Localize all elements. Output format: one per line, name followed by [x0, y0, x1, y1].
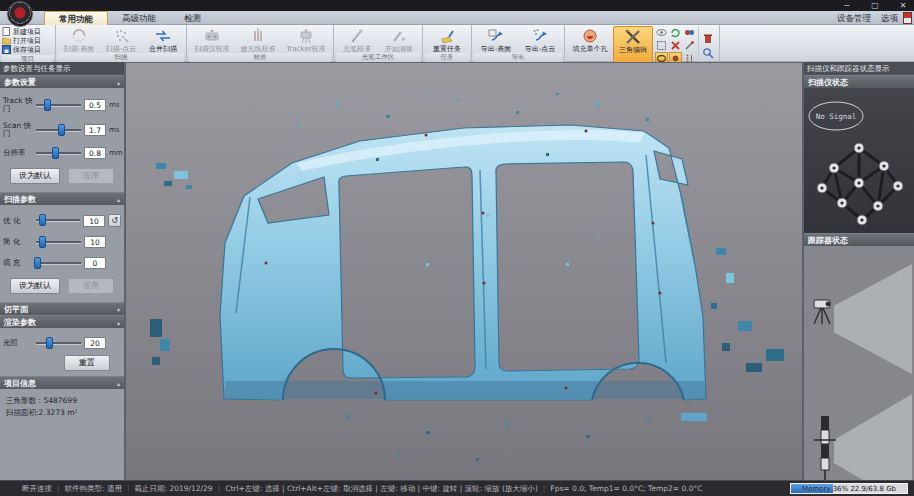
section-header-render-params[interactable]: 渲染参数▴	[0, 315, 124, 328]
resolution-row: 分辨率 0.8 mm	[0, 147, 124, 159]
trash-icon[interactable]	[702, 32, 714, 44]
lighting-slider[interactable]	[36, 342, 81, 345]
optimize-slider[interactable]	[36, 219, 80, 222]
save-disk-icon	[2, 45, 11, 54]
triangle-count-value: 5487699	[44, 396, 77, 405]
stamp-edit-icon[interactable]	[683, 39, 696, 51]
apply-button[interactable]: 应用	[68, 168, 114, 184]
tab-advanced-functions[interactable]: 高级功能	[108, 11, 170, 25]
lighting-value[interactable]: 20	[84, 337, 106, 349]
fill-value[interactable]: 0	[84, 257, 106, 269]
refresh-selection-icon[interactable]	[669, 26, 682, 38]
menu-options[interactable]: 选项	[881, 11, 898, 25]
fill-hole-icon	[581, 27, 599, 45]
scan-area-value: 2.3273 m²	[39, 408, 78, 417]
ribbon-toolbar: 新建项目 打开项目 保存项目 项目 扫描-表面	[0, 25, 914, 62]
simplify-value[interactable]: 10	[84, 236, 106, 248]
set-default-button[interactable]: 设为默认	[10, 278, 60, 294]
edit-tool-column	[698, 26, 717, 64]
3d-viewport[interactable]	[126, 62, 802, 480]
probe-device-icon	[812, 414, 838, 484]
pen-calibration-button[interactable]: 光笔校准	[336, 26, 378, 53]
rectangle-select-icon[interactable]	[655, 39, 668, 51]
scanner-status-image: No Signal	[804, 88, 914, 233]
slider-thumb[interactable]	[58, 124, 65, 136]
section-header-project-info[interactable]: 项目信息▴	[0, 376, 124, 389]
ribbon-group-task: 重置任务 任务	[423, 25, 472, 61]
export-surface-button[interactable]: 导出-表面	[474, 26, 518, 53]
device-status-panel: 扫描仪和跟踪器状态显示 扫描仪状态 No Signal	[802, 62, 914, 480]
scan-pointcloud-button[interactable]: 扫描-点云	[100, 26, 142, 53]
laser-line-calibration-button[interactable]: 激光线校准	[235, 26, 281, 53]
export-pointcloud-button[interactable]: 导出-点云	[518, 26, 562, 53]
maximize-button[interactable]: ▢	[868, 0, 882, 11]
slider-thumb[interactable]	[52, 147, 59, 159]
ribbon-group-edit: 填充单个孔 三角编辑	[565, 25, 720, 61]
record-points-icon[interactable]	[683, 26, 696, 38]
ribbon-group-scan: 扫描-表面 扫描-点云 合并扫描 扫描	[56, 25, 187, 61]
simplify-slider[interactable]	[36, 241, 81, 244]
collapse-arrow-icon: ▴	[117, 377, 120, 390]
tracker-fov	[834, 264, 912, 374]
fill-single-hole-button[interactable]: 填充单个孔	[567, 26, 613, 64]
zoom-settings-icon[interactable]	[702, 47, 714, 59]
slider-thumb[interactable]	[39, 214, 46, 226]
section-header-tracker-status[interactable]: 跟踪器状态	[804, 233, 914, 246]
minimize-button[interactable]: ─	[840, 0, 854, 11]
start-measure-button[interactable]: 开始测量	[378, 26, 420, 53]
track-shutter-row: Track 快门 0.5 ms	[0, 97, 124, 113]
merge-arrows-icon	[154, 27, 172, 45]
optimize-value[interactable]: 10	[83, 215, 105, 227]
export-pointcloud-icon	[531, 27, 549, 45]
section-header-param-settings[interactable]: 参数设置▴	[0, 75, 124, 88]
app-logo-icon[interactable]	[7, 1, 33, 27]
unit-label: ms	[109, 126, 121, 134]
group-label-calibration: 校准	[189, 53, 331, 62]
ribbon-group-export: 导出-表面 导出-点云 导出	[472, 25, 565, 61]
track-shutter-value[interactable]: 0.5	[84, 99, 106, 111]
triangle-count-row: 三角形数：5487699	[0, 394, 124, 406]
connection-status: 断开连接	[22, 484, 52, 494]
tab-inspection[interactable]: 检测	[170, 11, 215, 25]
memory-text: Memory 36% 22.9/63.8 Gb	[791, 484, 907, 494]
slider-thumb[interactable]	[34, 257, 41, 269]
delete-selection-icon[interactable]	[669, 39, 682, 51]
scan-shutter-slider[interactable]	[36, 129, 81, 132]
reset-optimize-icon[interactable]: ↺	[108, 214, 121, 227]
fill-slider[interactable]	[36, 262, 81, 265]
track-shutter-label: Track 快门	[3, 97, 33, 113]
help-icon[interactable]	[903, 12, 912, 24]
group-label-export: 导出	[474, 53, 562, 62]
reset-button[interactable]: 重置	[64, 355, 110, 371]
section-header-scan-params[interactable]: 扫描参数▴	[0, 192, 124, 205]
scan-surface-button[interactable]: 扫描-表面	[58, 26, 100, 53]
reset-task-button[interactable]: 重置任务	[425, 26, 469, 53]
visibility-icon[interactable]	[655, 26, 668, 38]
close-button[interactable]: ✕	[896, 0, 910, 11]
optimize-label: 优 化	[3, 217, 33, 225]
app-window: ─ ▢ ✕ 常用功能 高级功能 检测 设备管理 选项 新建项目	[0, 0, 914, 496]
apply-button[interactable]: 应用	[68, 278, 114, 294]
slider-thumb[interactable]	[46, 337, 53, 349]
ribbon-group-pen-workspace: 光笔校准 开始测量 光笔工作区	[334, 25, 423, 61]
slider-thumb[interactable]	[44, 99, 51, 111]
save-project-button[interactable]: 保存项目	[2, 45, 53, 54]
scan-shutter-value[interactable]: 1.7	[84, 124, 106, 136]
set-default-button[interactable]: 设为默认	[10, 168, 60, 184]
tab-common-functions[interactable]: 常用功能	[44, 11, 108, 25]
resolution-value[interactable]: 0.8	[84, 147, 106, 159]
menu-device-management[interactable]: 设备管理	[837, 11, 871, 25]
slider-thumb[interactable]	[39, 236, 46, 248]
triangle-edit-button[interactable]: 三角编辑	[613, 26, 653, 64]
resolution-slider[interactable]	[36, 152, 81, 155]
parameter-panel: 参数设置与任务显示 参数设置▴ Track 快门 0.5 ms Scan 快门 …	[0, 62, 126, 480]
merge-scan-button[interactable]: 合并扫描	[142, 26, 184, 53]
group-label-pen-workspace: 光笔工作区	[336, 53, 420, 62]
section-header-scanner-status[interactable]: 扫描仪状态	[804, 75, 914, 88]
track-shutter-slider[interactable]	[36, 104, 81, 107]
tracker-calibration-button[interactable]: Tracker校准	[281, 26, 331, 53]
resolution-label: 分辨率	[3, 149, 33, 157]
scan-surface-icon	[70, 27, 88, 45]
scanner-calibration-button[interactable]: 扫描仪校准	[189, 26, 235, 53]
section-header-clip-plane[interactable]: 切平面▾	[0, 302, 124, 315]
